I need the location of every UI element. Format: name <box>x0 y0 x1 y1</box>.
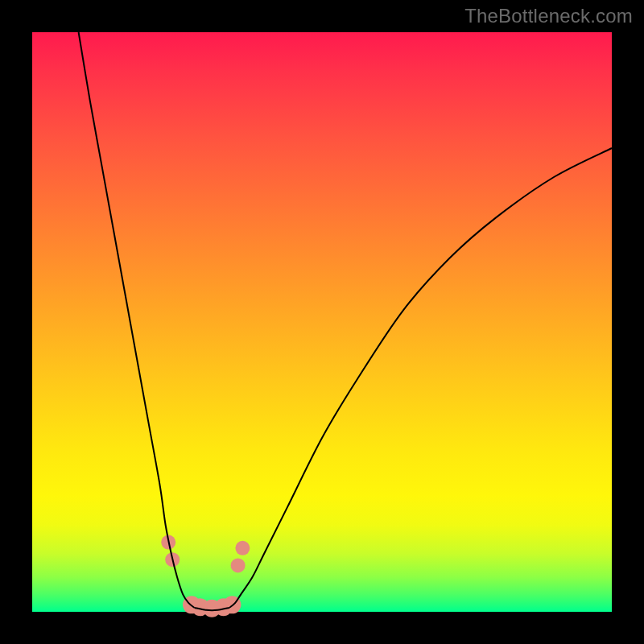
chart-svg <box>32 32 612 612</box>
floor-markers <box>161 535 250 617</box>
chart-frame: TheBottleneck.com <box>0 0 644 644</box>
floor-marker <box>235 541 250 555</box>
curve-right-arm <box>229 148 612 608</box>
curve-left-arm <box>79 32 195 608</box>
watermark-text: TheBottleneck.com <box>464 5 633 27</box>
floor-marker <box>231 558 246 572</box>
